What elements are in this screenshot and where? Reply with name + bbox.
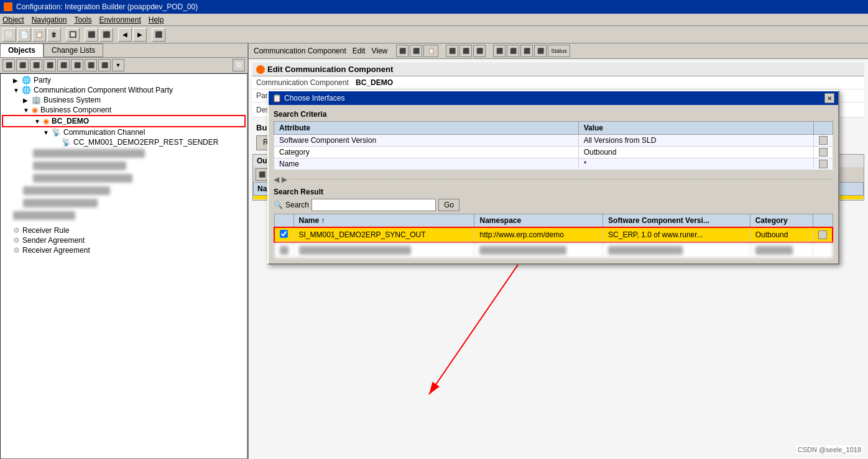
tree-item-bs[interactable]: ▶ 🏢 Business System — [2, 95, 246, 105]
menu-edit[interactable]: Edit — [350, 47, 368, 55]
tree-item-bc-demo[interactable]: ▼ ◉ BC_DEMO — [2, 115, 246, 127]
tree-item-party[interactable]: ▶ 🌐 Party — [2, 75, 246, 85]
search-row: 🔍 Search Go — [274, 199, 833, 211]
toolbar-btn-2[interactable]: 📄 — [17, 28, 31, 42]
tree-item-ccwp[interactable]: ▼ 🌐 Communication Component Without Part… — [2, 85, 246, 95]
tab-objects[interactable]: Objects — [0, 43, 44, 57]
right-btn-3[interactable]: ⬛ — [446, 45, 458, 57]
criteria-row-cat: Category Outbound — [274, 147, 833, 158]
criteria-cell-name-value[interactable]: * — [578, 158, 813, 170]
criteria-row-name: Name * — [274, 158, 833, 170]
menu-object[interactable]: Object — [2, 16, 24, 24]
choose-interfaces-dialog: 📋 Choose Interfaces ✕ Search Criteria At… — [267, 90, 839, 265]
tree-item-cc-mm001[interactable]: 📡 CC_MM001_DEMO2ERP_REST_SENDER — [2, 137, 246, 147]
menu-bar: Object Navigation Tools Environment Help — [0, 14, 868, 26]
tree-blurred-6 — [2, 209, 246, 222]
toolbar-btn-3[interactable]: 📋 — [32, 28, 46, 42]
tree-item-cc[interactable]: ▼ 📡 Communication Channel — [2, 127, 246, 137]
tree-item-receiver-rule[interactable]: ⚙ Receiver Rule — [2, 225, 246, 235]
search-criteria-title: Search Criteria — [274, 110, 833, 119]
toolbar-btn-8[interactable]: ⬛ — [152, 28, 165, 42]
right-btn-7[interactable]: ⬛ — [507, 45, 519, 57]
right-btn-1[interactable]: ⬛ — [396, 45, 409, 57]
right-btn-display[interactable]: 📋 — [423, 45, 438, 57]
dialog-title-text: Choose Interfaces — [284, 94, 344, 102]
content-area: Edit Communication Component Communicati… — [249, 59, 868, 459]
search-input[interactable] — [312, 199, 436, 211]
result-row-1[interactable]: SI_MM001_DEMO2ERP_SYNC_OUT http://www.er… — [274, 227, 833, 242]
criteria-cell-cat-value[interactable]: Outbound — [578, 147, 813, 158]
right-panel: Communication Component Edit View ⬛ ⬛ 📋 … — [249, 43, 868, 459]
tree-item-sender-agreement[interactable]: ⚙ Sender Agreement — [2, 235, 246, 245]
menu-tools[interactable]: Tools — [74, 16, 91, 24]
search-icon: 🔍 — [274, 201, 283, 209]
right-btn-2[interactable]: ⬛ — [410, 45, 422, 57]
result-col-scv: Software Component Versi... — [603, 214, 750, 228]
tree-item-bc[interactable]: ▼ ◉ Business Component — [2, 105, 246, 115]
criteria-col-value: Value — [578, 122, 813, 135]
criteria-table: Attribute Value Software Component Versi… — [274, 121, 833, 170]
left-btn-5[interactable]: ⬛ — [57, 59, 70, 71]
menu-navigation[interactable]: Navigation — [32, 16, 67, 24]
toolbar-btn-7[interactable]: ⬛ — [99, 28, 113, 42]
right-btn-5[interactable]: ⬛ — [473, 45, 486, 57]
dialog-content: Search Criteria Attribute Value Software — [269, 105, 838, 263]
tree-item-receiver-agreement[interactable]: ⚙ Receiver Agreement — [2, 245, 246, 255]
result-cell-scroll — [813, 227, 833, 242]
toolbar-btn-back[interactable]: ◀ — [118, 28, 132, 42]
left-btn-3[interactable]: ⬛ — [30, 59, 42, 71]
search-label: Search — [285, 201, 309, 209]
watermark: CSDN @seele_1018 — [796, 445, 863, 454]
left-btn-8[interactable]: ⬛ — [98, 59, 111, 71]
menu-help[interactable]: Help — [149, 16, 164, 24]
toolbar-btn-1[interactable]: ⬜ — [2, 28, 16, 42]
app-icon — [4, 2, 12, 11]
dialog-title-left: 📋 Choose Interfaces — [272, 94, 344, 102]
outbound-btn-1[interactable]: ⬛ — [256, 168, 268, 181]
right-btn-8[interactable]: ⬛ — [520, 45, 533, 57]
left-btn-4[interactable]: ⬛ — [44, 59, 56, 71]
tree-label-receiver-rule: Receiver Rule — [22, 226, 69, 235]
left-btn-2[interactable]: ⬛ — [16, 59, 29, 71]
tab-change-lists[interactable]: Change Lists — [44, 43, 103, 57]
menu-communication-component[interactable]: Communication Component — [251, 47, 349, 55]
tree-blurred-1 — [2, 147, 246, 160]
left-btn-1[interactable]: ⬛ — [2, 59, 15, 71]
menu-environment[interactable]: Environment — [99, 16, 141, 24]
left-btn-filter[interactable]: ▼ — [112, 59, 124, 71]
right-btn-4[interactable]: ⬛ — [459, 45, 472, 57]
tree-blurred-4 — [2, 184, 246, 197]
toolbar-btn-forward[interactable]: ▶ — [133, 28, 147, 42]
right-btn-6[interactable]: ⬛ — [493, 45, 506, 57]
right-btn-9[interactable]: ⬛ — [534, 45, 547, 57]
dialog-close-button[interactable]: ✕ — [824, 93, 834, 103]
tree-area: ▶ 🌐 Party ▼ 🌐 Communication Component Wi… — [0, 73, 247, 459]
left-btn-7[interactable]: ⬛ — [85, 59, 97, 71]
toolbar-btn-4[interactable]: 🗑 — [47, 28, 61, 42]
section-header: Edit Communication Component — [252, 63, 864, 76]
criteria-cell-scv-value[interactable]: All Versions from SLD — [578, 135, 813, 147]
left-btn-6[interactable]: ⬛ — [71, 59, 83, 71]
value-communication-component: BC_DEMO — [356, 78, 861, 87]
result-col-name[interactable]: Name ↑ — [293, 214, 474, 228]
result-col-category: Category — [750, 214, 813, 228]
left-btn-resize[interactable]: ⬜ — [233, 59, 245, 71]
section-header-text: Edit Communication Component — [267, 65, 393, 74]
result-cell-cb[interactable] — [274, 227, 293, 242]
toolbar-btn-6[interactable]: ⬛ — [85, 28, 98, 42]
left-tabs: Objects Change Lists — [0, 43, 247, 58]
criteria-cell-scv-scroll — [814, 135, 833, 147]
toolbar-btn-5[interactable]: 🔲 — [66, 28, 80, 42]
tree-label-bs: Business System — [44, 96, 101, 104]
dialog-icon: 📋 — [272, 94, 282, 102]
result-row-blurred — [274, 242, 833, 258]
go-button[interactable]: Go — [438, 199, 459, 211]
menu-view[interactable]: View — [369, 47, 390, 55]
criteria-cell-name-attr: Name — [274, 158, 579, 170]
result-cell-scv: SC_ERP, 1.0 of www.runer... — [603, 227, 750, 242]
right-btn-status: Status — [548, 45, 570, 57]
criteria-cell-cat-attr: Category — [274, 147, 579, 158]
form-row-cc: Communication Component BC_DEMO — [252, 76, 864, 89]
result-checkbox[interactable] — [280, 230, 288, 238]
result-col-cb — [274, 214, 293, 228]
